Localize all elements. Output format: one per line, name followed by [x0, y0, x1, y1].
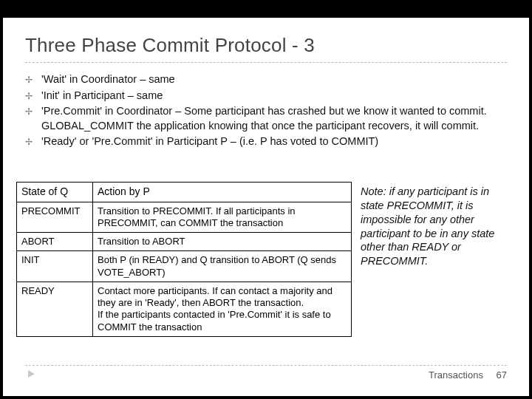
page-number: 67	[497, 369, 507, 381]
state-action-table: State of Q Action by P PRECOMMIT Transit…	[16, 182, 352, 337]
column-header-state: State of Q	[17, 183, 93, 202]
bullet-icon: ✢	[25, 72, 41, 86]
footer-divider	[25, 365, 507, 366]
list-item-text: 'Init' in Participant – same	[41, 89, 508, 103]
bullet-icon: ✢	[25, 89, 41, 102]
title-divider	[25, 62, 507, 63]
cell-state: INIT	[17, 251, 93, 282]
table: State of Q Action by P PRECOMMIT Transit…	[16, 182, 352, 337]
cell-action: Transition to PRECOMMIT. If all particip…	[93, 202, 352, 233]
bullet-list: ✢ 'Wait' in Coordinator – same ✢ 'Init' …	[25, 72, 508, 151]
bullet-icon: ✢	[25, 104, 41, 117]
side-note: Note: if any participant is in state PRE…	[361, 185, 513, 268]
list-item: ✢ 'Init' in Participant – same	[25, 89, 508, 103]
table-header-row: State of Q Action by P	[17, 183, 352, 202]
list-item: ✢ 'Wait' in Coordinator – same	[25, 72, 508, 87]
list-item-text: 'Ready' or 'Pre.Commit' in Participant P…	[41, 134, 508, 149]
cell-state: ABORT	[17, 233, 93, 251]
page-title: Three Phase Commit Protocol - 3	[25, 34, 315, 57]
column-header-action: Action by P	[93, 183, 352, 202]
list-item-text: 'Pre.Commit' in Coordinator – Some parti…	[41, 104, 508, 133]
slide: Three Phase Commit Protocol - 3 ✢ 'Wait'…	[3, 18, 529, 396]
footer-label: Transactions	[429, 369, 483, 381]
list-item: ✢ 'Ready' or 'Pre.Commit' in Participant…	[25, 134, 508, 149]
table-row: ABORT Transition to ABORT	[17, 233, 352, 251]
footer: Transactions 67	[429, 369, 507, 381]
table-row: READY Contact more participants. If can …	[17, 282, 352, 336]
table-row: INIT Both P (in READY) and Q transition …	[17, 251, 352, 282]
list-item-text: 'Wait' in Coordinator – same	[41, 72, 508, 87]
cell-action: Both P (in READY) and Q transition to AB…	[93, 251, 352, 282]
cell-state: READY	[17, 282, 93, 336]
cell-action: Contact more participants. If can contac…	[93, 282, 352, 336]
cell-state: PRECOMMIT	[17, 202, 93, 233]
bullet-icon: ✢	[25, 134, 41, 148]
nav-arrow-icon	[28, 370, 35, 378]
table-row: PRECOMMIT Transition to PRECOMMIT. If al…	[17, 202, 352, 233]
cell-action: Transition to ABORT	[93, 233, 352, 251]
list-item: ✢ 'Pre.Commit' in Coordinator – Some par…	[25, 104, 508, 133]
